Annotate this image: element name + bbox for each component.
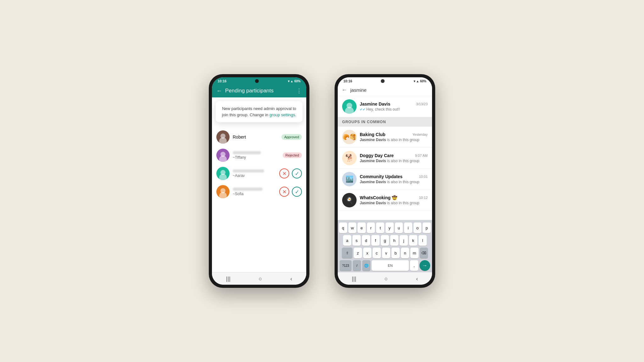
svg-point-3	[219, 156, 227, 162]
status-bar-1: 10:16 ▼▲ 60%	[212, 77, 306, 84]
preview-rest: is also in this group	[387, 180, 419, 184]
participant-alias: ~Tiffany	[233, 155, 283, 160]
status-icons-1: ▼▲ 60%	[287, 80, 301, 83]
key-b[interactable]: b	[391, 248, 400, 258]
avatar-baking-club: 🥐🥞	[342, 130, 357, 144]
participant-name-row: ~Tiffany Rejected	[233, 151, 302, 160]
group-settings-link[interactable]: group settings	[269, 112, 295, 117]
back-button-2[interactable]: ←	[341, 87, 347, 93]
svg-point-9	[345, 107, 354, 114]
group-name: Doggy Day Care	[360, 153, 394, 158]
chat-name-row: Community Updates 10:01	[360, 174, 428, 179]
key-m[interactable]: m	[410, 248, 419, 258]
approve-button[interactable]: ✓	[292, 187, 302, 197]
period-key[interactable]: .	[410, 260, 418, 271]
avatar	[216, 149, 230, 162]
list-item[interactable]: 🏙️ Community Updates 10:01 Jasmine Davis…	[338, 169, 432, 190]
key-t[interactable]: t	[376, 222, 384, 233]
phone-2: 10:16 ▼▲ 60% ← Jasmine Davis 3/13/23	[335, 74, 435, 288]
key-h[interactable]: h	[390, 235, 398, 246]
avatar-doggy-care: 🐕	[342, 151, 357, 165]
home-icon-2[interactable]: ○	[385, 276, 388, 282]
more-options-icon-1[interactable]: ⋮	[296, 87, 302, 94]
participant-name: Robert	[233, 134, 246, 140]
globe-key[interactable]: 🌐	[362, 260, 370, 271]
chat-name: Jasmine Davis	[360, 101, 390, 107]
slash-key[interactable]: /	[353, 260, 361, 271]
avatar-jasmine	[342, 99, 357, 114]
key-y[interactable]: y	[386, 222, 394, 233]
group-time: 10:12	[419, 196, 428, 200]
bottom-nav-2: ||| ○ ‹	[338, 272, 432, 285]
chat-section: Jasmine Davis 3/13/23 ✔✔ Hey, check this…	[338, 96, 432, 220]
key-i[interactable]: i	[404, 222, 412, 233]
list-item[interactable]: 🍳 WhatsCooking 🤠 10:12 Jasmine Davis is …	[338, 190, 432, 211]
key-v[interactable]: v	[382, 248, 390, 258]
key-c[interactable]: c	[373, 248, 381, 258]
blurred-name-bar	[233, 169, 264, 173]
chat-preview: ✔✔ Hey, check this out!!	[360, 107, 428, 112]
reject-button[interactable]: ✕	[279, 168, 289, 178]
battery-2: 60%	[420, 80, 426, 83]
group-name: WhatsCooking 🤠	[360, 195, 397, 200]
keyboard-row-4: ?123 / 🌐 EN . →	[339, 260, 431, 271]
list-item[interactable]: 🥐🥞 Baking Club Yesterday Jasmine Davis i…	[338, 127, 432, 148]
chat-info-community: Community Updates 10:01 Jasmine Davis is…	[360, 174, 428, 184]
send-key[interactable]: →	[419, 260, 430, 271]
numbers-key[interactable]: ?123	[340, 260, 352, 271]
chat-info-baking: Baking Club Yesterday Jasmine Davis is a…	[360, 132, 428, 142]
key-a[interactable]: a	[343, 235, 351, 246]
backspace-key[interactable]: ⌫	[420, 248, 428, 258]
rejected-badge: Rejected	[283, 152, 302, 158]
key-n[interactable]: n	[401, 248, 409, 258]
key-l[interactable]: l	[419, 235, 427, 246]
key-w[interactable]: w	[348, 222, 357, 233]
camera-notch-1	[255, 79, 259, 83]
back-nav-icon[interactable]: ‹	[290, 276, 292, 282]
search-input[interactable]	[350, 87, 428, 93]
group-time: 10:01	[419, 175, 428, 178]
preview-bold: Jasmine Davis	[360, 201, 386, 205]
avatar	[216, 167, 230, 180]
reject-button[interactable]: ✕	[279, 187, 289, 197]
key-g[interactable]: g	[381, 235, 389, 246]
key-k[interactable]: k	[409, 235, 417, 246]
key-j[interactable]: j	[400, 235, 408, 246]
participant-alias: ~Sofia	[233, 192, 279, 196]
key-r[interactable]: r	[367, 222, 375, 233]
key-q[interactable]: q	[339, 222, 347, 233]
back-button-1[interactable]: ←	[216, 88, 222, 94]
spacebar-key[interactable]: EN	[372, 260, 409, 271]
participant-alias: ~Aarav	[233, 173, 279, 178]
key-s[interactable]: s	[353, 235, 361, 246]
key-f[interactable]: f	[371, 235, 380, 246]
key-x[interactable]: x	[363, 248, 371, 258]
svg-point-5	[219, 174, 227, 180]
keyboard-row-1: q w e r t y u i o p	[339, 222, 431, 233]
home-icon[interactable]: ○	[259, 276, 262, 282]
keyboard-row-2: a s d f g h j k l	[339, 235, 431, 246]
chat-preview-text: Hey, check this out!!	[366, 107, 400, 112]
key-u[interactable]: u	[395, 222, 403, 233]
group-name: Community Updates	[360, 174, 402, 179]
group-name: Baking Club	[360, 132, 386, 137]
key-e[interactable]: e	[358, 222, 366, 233]
action-buttons: ✕ ✓	[279, 168, 302, 178]
action-buttons: ✕ ✓	[279, 187, 302, 197]
chat-item-jasmine[interactable]: Jasmine Davis 3/13/23 ✔✔ Hey, check this…	[338, 96, 432, 117]
recent-apps-icon[interactable]: |||	[226, 276, 230, 282]
key-d[interactable]: d	[362, 235, 370, 246]
back-nav-icon-2[interactable]: ‹	[416, 276, 418, 282]
key-z[interactable]: z	[354, 248, 362, 258]
list-item[interactable]: 🐕 Doggy Day Care 9:07 AM Jasmine Davis i…	[338, 148, 432, 169]
key-p[interactable]: p	[423, 222, 431, 233]
recent-apps-icon-2[interactable]: |||	[352, 276, 356, 282]
key-o[interactable]: o	[414, 222, 422, 233]
bottom-nav-1: ||| ○ ‹	[212, 272, 306, 285]
shift-key[interactable]: ⇧	[342, 248, 353, 258]
group-preview: Jasmine Davis is also in this group	[360, 180, 428, 184]
phone-1: 10:16 ▼▲ 60% ← Pending participants ⋮ Ne…	[209, 74, 309, 288]
preview-bold: Jasmine Davis	[360, 159, 386, 163]
approve-button[interactable]: ✓	[292, 168, 302, 178]
table-row: ~Aarav ✕ ✓	[212, 164, 306, 183]
